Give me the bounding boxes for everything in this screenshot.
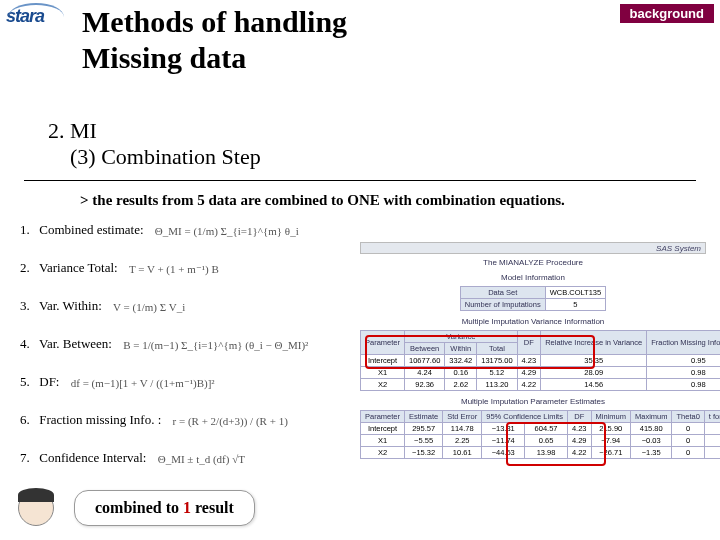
list-item: 2. Variance Total: T = V + (1 + m⁻¹) B	[20, 260, 308, 276]
formula: r = (R + 2/(d+3)) / (R + 1)	[173, 415, 288, 427]
list-item: 1. Combined estimate: Θ_MI = (1/m) Σ_{i=…	[20, 222, 308, 238]
title-line-1: Methods of handling	[82, 4, 347, 40]
background-badge: background	[620, 4, 714, 23]
speech-bubble: combined to 1 result	[74, 490, 255, 526]
variance-info-title: Multiple Imputation Variance Information	[360, 313, 706, 328]
stata-logo: stara	[6, 6, 68, 36]
formula: B = 1/(m−1) Σ_{i=1}^{m} (θ_i − Θ_MI)²	[123, 339, 308, 351]
divider-line	[24, 180, 696, 181]
cartoon-face-icon	[12, 486, 60, 534]
table-row: Parameter Estimate Std Error 95% Confide…	[361, 411, 721, 423]
list-item: 3. Var. Within: V = (1/m) Σ V_i	[20, 298, 308, 314]
list-item: 5. DF: df = (m−1)[1 + V / ((1+m⁻¹)B)]²	[20, 374, 308, 390]
list-item: 4. Var. Between: B = 1/(m−1) Σ_{i=1}^{m}…	[20, 336, 308, 352]
table-row: Data SetWCB.COLT135	[460, 287, 605, 299]
table-row: X14.240.165.124.2928.090.980.84	[361, 367, 721, 379]
model-info-table: Data SetWCB.COLT135 Number of Imputation…	[460, 286, 606, 311]
formula: V = (1/m) Σ V_i	[113, 301, 185, 313]
formula: Θ_MI = (1/m) Σ_{i=1}^{m} θ_i	[155, 225, 299, 237]
title-line-2: Missing data	[82, 40, 347, 76]
sas-system-header: SAS System	[360, 242, 706, 254]
param-est-title: Multiple Imputation Parameter Estimates	[360, 393, 706, 408]
param-est-table: Parameter Estimate Std Error 95% Confide…	[360, 410, 720, 459]
section-line-1: 2. MI	[48, 118, 261, 144]
slide-title: Methods of handling Missing data	[82, 4, 347, 76]
sas-proc-title: The MIANALYZE Procedure	[360, 254, 706, 269]
model-info-title: Model Information	[360, 269, 706, 284]
variance-info-table: Parameter Variance DF Relative Increase …	[360, 330, 720, 391]
table-row: Parameter Variance DF Relative Increase …	[361, 331, 721, 343]
sas-output-panel: SAS System The MIANALYZE Procedure Model…	[360, 242, 706, 461]
section-heading: 2. MI (3) Combination Step	[48, 118, 261, 170]
table-row: X292.362.62113.204.2214.560.980.84	[361, 379, 721, 391]
formula-list: 1. Combined estimate: Θ_MI = (1/m) Σ_{i=…	[20, 222, 308, 488]
table-row: X1−5.552.25−11.740.654.29−7.94−0.030−2.4…	[361, 435, 721, 447]
combination-note: > the results from 5 data are combined t…	[80, 192, 565, 209]
formula: T = V + (1 + m⁻¹) B	[129, 263, 219, 276]
list-item: 7. Confidence Interval: Θ_MI ± t_d (df) …	[20, 450, 308, 466]
section-line-2: (3) Combination Step	[48, 144, 261, 170]
table-row: Intercept10677.60332.4213175.004.2335.35…	[361, 355, 721, 367]
list-item: 6. Fraction missing Info. : r = (R + 2/(…	[20, 412, 308, 428]
table-row: X2−15.3210.61−44.6313.984.22−26.71−1.350…	[361, 447, 721, 459]
table-row: Number of Imputations5	[460, 299, 605, 311]
formula: df = (m−1)[1 + V / ((1+m⁻¹)B)]²	[71, 377, 215, 390]
formula: Θ_MI ± t_d (df) √T	[158, 453, 245, 465]
table-row: Intercept295.57114.78−13.31604.574.23215…	[361, 423, 721, 435]
